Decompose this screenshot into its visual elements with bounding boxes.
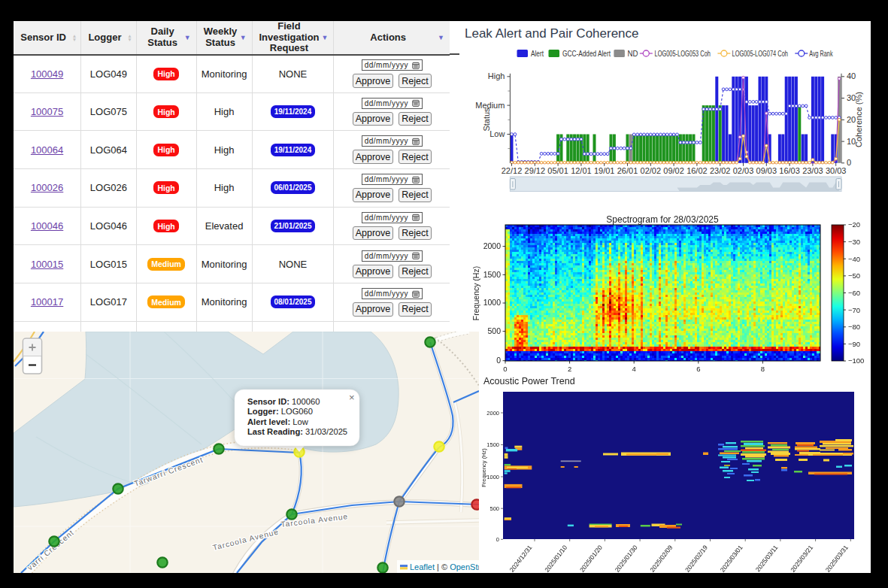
svg-text:−60: −60 <box>848 289 860 297</box>
svg-text:Spectrogram for 28/03/2025: Spectrogram for 28/03/2025 <box>606 214 719 225</box>
svg-text:2025/03/11: 2025/03/11 <box>754 544 780 573</box>
svg-text:19/01: 19/01 <box>594 166 615 175</box>
svg-text:2025/01/10: 2025/01/10 <box>543 544 568 574</box>
svg-text:−70: −70 <box>848 306 860 314</box>
svg-text:2025/03/01: 2025/03/01 <box>719 544 744 574</box>
svg-text:ND: ND <box>627 50 638 58</box>
svg-text:26/01: 26/01 <box>617 166 638 175</box>
svg-text:−20: −20 <box>848 220 860 229</box>
svg-text:0: 0 <box>503 365 507 373</box>
svg-text:GCC-Added Alert: GCC-Added Alert <box>562 50 611 58</box>
svg-text:23/02: 23/02 <box>710 166 731 175</box>
svg-text:12/01: 12/01 <box>571 166 592 175</box>
svg-text:−90: −90 <box>848 340 860 348</box>
svg-text:1000: 1000 <box>483 298 502 307</box>
svg-text:23/03: 23/03 <box>802 166 823 175</box>
svg-text:LOG005-LOG074 Coh: LOG005-LOG074 Coh <box>732 50 789 58</box>
svg-text:Coherence (%): Coherence (%) <box>854 92 863 147</box>
svg-text:2024/12/31: 2024/12/31 <box>508 544 534 574</box>
svg-text:Sensor ID: 100060: Sensor ID: 100060 <box>247 397 320 406</box>
svg-text:30/03: 30/03 <box>826 166 847 175</box>
svg-text:−40: −40 <box>848 255 860 263</box>
svg-text:−100: −100 <box>848 356 864 365</box>
svg-text:1000: 1000 <box>486 474 499 480</box>
svg-text:29/12: 29/12 <box>525 166 546 175</box>
svg-text:02/03: 02/03 <box>733 166 754 175</box>
svg-text:6: 6 <box>696 365 700 373</box>
svg-text:Frequency (Hz): Frequency (Hz) <box>480 448 487 487</box>
svg-text:22/12: 22/12 <box>502 166 523 175</box>
svg-text:2025/01/20: 2025/01/20 <box>578 544 604 574</box>
svg-text:−50: −50 <box>848 271 860 280</box>
svg-text:Status: Status <box>482 108 491 132</box>
svg-text:Last Reading: 31/03/2025: Last Reading: 31/03/2025 <box>247 427 347 436</box>
svg-text:Avg Rank: Avg Rank <box>809 50 833 58</box>
svg-text:Acoustic Power Trend: Acoustic Power Trend <box>483 376 575 386</box>
svg-text:LOG005-LOG053 Coh: LOG005-LOG053 Coh <box>655 50 711 58</box>
svg-text:2025/02/09: 2025/02/09 <box>648 544 674 574</box>
svg-text:05/01: 05/01 <box>547 166 568 175</box>
svg-text:Logger: LOG060: Logger: LOG060 <box>247 407 313 416</box>
svg-text:0: 0 <box>496 356 501 365</box>
svg-text:09/02: 09/02 <box>663 166 684 175</box>
svg-text:2025/03/31: 2025/03/31 <box>824 544 850 574</box>
svg-text:2: 2 <box>568 365 571 373</box>
svg-text:2025/02/19: 2025/02/19 <box>683 544 709 574</box>
svg-text:8: 8 <box>761 365 765 373</box>
svg-text:1500: 1500 <box>483 270 502 279</box>
svg-text:4: 4 <box>632 365 636 373</box>
svg-text:Alert level: Low: Alert level: Low <box>247 417 309 426</box>
svg-text:Frequency (Hz): Frequency (Hz) <box>471 266 480 320</box>
svg-text:1500: 1500 <box>486 441 499 448</box>
svg-text:0: 0 <box>847 158 851 167</box>
svg-text:16/02: 16/02 <box>686 166 708 175</box>
svg-text:2000: 2000 <box>483 241 502 250</box>
svg-text:09/03: 09/03 <box>756 166 777 175</box>
svg-text:40: 40 <box>847 71 856 80</box>
svg-text:2025/03/21: 2025/03/21 <box>789 544 814 574</box>
svg-text:500: 500 <box>489 505 499 512</box>
svg-text:0: 0 <box>496 536 499 543</box>
svg-text:Leak Alert and Pair Coherence: Leak Alert and Pair Coherence <box>465 26 639 41</box>
svg-text:2025/01/30: 2025/01/30 <box>614 544 639 574</box>
svg-text:Low: Low <box>489 129 505 138</box>
svg-text:×: × <box>349 392 355 403</box>
svg-text:16/03: 16/03 <box>779 166 800 175</box>
svg-text:Alert: Alert <box>531 50 544 58</box>
svg-text:2000: 2000 <box>486 410 499 417</box>
svg-text:−80: −80 <box>848 323 860 331</box>
svg-text:500: 500 <box>487 326 501 335</box>
svg-text:02/02: 02/02 <box>641 166 662 175</box>
svg-text:High: High <box>488 71 505 80</box>
svg-text:−30: −30 <box>848 238 860 246</box>
svg-text:Leaflet | © OpenStre: Leaflet | © OpenStre <box>410 562 479 571</box>
